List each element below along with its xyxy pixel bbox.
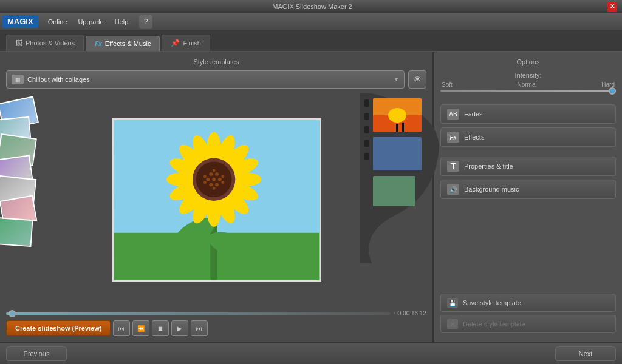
music-icon: 🔊	[447, 184, 459, 195]
svg-rect-6	[373, 137, 422, 170]
title-bar: MAGIX Slideshow Maker 2 ✕	[0, 0, 622, 13]
svg-point-35	[212, 177, 216, 181]
style-selector: ▦ Chillout with collages ▼ 👁	[6, 70, 426, 89]
playback-controls: Create slideshow (Preview) ⏮ ⏪ ⏹ ▶ ⏭	[6, 320, 426, 336]
tab-effects-label: Effects & Music	[105, 40, 151, 47]
preview-eye-button[interactable]: 👁	[408, 70, 426, 89]
scrubber-thumb[interactable]	[9, 310, 16, 317]
save-icon: 💾	[447, 298, 458, 308]
time-display: 00:00:16:12	[394, 310, 426, 317]
properties-button[interactable]: T Properties & title	[440, 157, 616, 176]
photos-tab-icon: 🖼	[15, 39, 22, 47]
play-button[interactable]: ▶	[171, 320, 188, 336]
style-templates-title: Style templates	[6, 58, 426, 66]
sunflower-svg	[114, 120, 320, 280]
effects-tab-icon: Fx	[95, 41, 102, 47]
svg-point-36	[217, 177, 221, 181]
tab-finish-label: Finish	[183, 39, 200, 47]
svg-rect-7	[373, 176, 415, 206]
collage-photo-7	[0, 217, 33, 247]
finish-tab-icon: 📌	[171, 39, 180, 47]
svg-point-42	[212, 187, 215, 190]
svg-point-39	[209, 183, 213, 186]
bottom-bar: Previous Next	[0, 342, 622, 364]
intensity-marks: Soft Normal Hard	[440, 81, 616, 88]
app-title: MAGIX Slideshow Maker 2	[17, 3, 607, 10]
intensity-fill	[440, 90, 616, 92]
tab-finish[interactable]: 📌 Finish	[162, 35, 210, 51]
intensity-soft-label: Soft	[442, 81, 453, 88]
photo-collage	[0, 99, 49, 251]
svg-rect-10	[396, 124, 398, 132]
left-panel: Style templates ▦ Chillout with collages…	[0, 52, 432, 342]
right-panel: Options Intensity: Soft Normal Hard AB F…	[434, 52, 622, 342]
tab-photos-label: Photos & Videos	[26, 39, 75, 47]
intensity-thumb[interactable]	[609, 87, 616, 95]
tab-photos[interactable]: 🖼 Photos & Videos	[6, 35, 84, 51]
skip-end-button[interactable]: ⏭	[191, 320, 208, 336]
delete-style-button[interactable]: ✕ Delete style template	[440, 315, 616, 333]
menu-upgrade[interactable]: Upgrade	[73, 16, 108, 27]
fades-label: Fades	[464, 110, 483, 118]
svg-point-41	[209, 172, 213, 176]
menu-bar: MAGIX Online Upgrade Help ?	[0, 13, 622, 30]
svg-point-43	[212, 169, 215, 172]
next-button[interactable]: Next	[555, 346, 616, 361]
intensity-normal-label: Normal	[517, 81, 536, 88]
background-music-button[interactable]: 🔊 Background music	[440, 180, 616, 199]
help-icon[interactable]: ?	[139, 15, 152, 29]
svg-rect-11	[402, 123, 404, 132]
main-preview-image	[112, 118, 321, 282]
svg-rect-2	[364, 126, 369, 133]
menu-online[interactable]: Online	[43, 16, 72, 27]
save-style-label: Save style template	[463, 299, 521, 306]
intensity-slider[interactable]	[440, 90, 616, 92]
svg-point-9	[388, 108, 406, 123]
main-content: Style templates ▦ Chillout with collages…	[0, 52, 622, 342]
fades-icon: AB	[447, 109, 459, 120]
create-slideshow-button[interactable]: Create slideshow (Preview)	[6, 320, 111, 336]
background-music-label: Background music	[464, 186, 519, 193]
svg-rect-4	[364, 153, 369, 160]
previous-button[interactable]: Previous	[6, 346, 67, 361]
spacer	[440, 203, 616, 294]
intensity-label: Intensity:	[440, 72, 616, 79]
properties-label: Properties & title	[464, 163, 513, 170]
controls-area: 00:00:16:12 Create slideshow (Preview) ⏮…	[6, 310, 426, 336]
svg-point-46	[221, 175, 224, 178]
skip-start-button[interactable]: ⏮	[113, 320, 130, 336]
svg-point-40	[215, 172, 219, 176]
scrubber-row: 00:00:16:12	[6, 310, 426, 317]
effects-label: Effects	[464, 133, 484, 141]
svg-point-45	[203, 181, 206, 184]
delete-icon: ✕	[447, 319, 458, 329]
film-strip	[360, 93, 445, 306]
options-title: Options	[440, 58, 616, 66]
svg-rect-1	[364, 113, 369, 120]
preview-container	[6, 93, 426, 306]
magix-logo[interactable]: MAGIX	[2, 15, 38, 28]
scrubber-track[interactable]	[6, 312, 391, 315]
delete-style-label: Delete style template	[463, 320, 525, 328]
fades-button[interactable]: AB Fades	[440, 104, 616, 124]
style-dropdown[interactable]: ▦ Chillout with collages ▼	[6, 70, 405, 89]
tab-bar: 🖼 Photos & Videos Fx Effects & Music 📌 F…	[0, 30, 622, 52]
svg-rect-0	[364, 99, 369, 107]
effects-icon: Fx	[447, 132, 459, 143]
stop-button[interactable]: ⏹	[152, 320, 169, 336]
save-style-button[interactable]: 💾 Save style template	[440, 294, 616, 312]
style-name-label: Chillout with collages	[27, 76, 390, 83]
style-dropdown-icon: ▦	[12, 75, 24, 84]
properties-icon: T	[447, 161, 459, 172]
effects-button[interactable]: Fx Effects	[440, 127, 616, 147]
intensity-section: Intensity: Soft Normal Hard	[440, 72, 616, 95]
menu-help[interactable]: Help	[110, 16, 134, 27]
dropdown-arrow-icon: ▼	[394, 76, 399, 83]
svg-point-44	[221, 181, 224, 184]
svg-point-37	[206, 177, 210, 181]
svg-rect-3	[364, 140, 369, 147]
svg-point-38	[215, 183, 219, 186]
close-button[interactable]: ✕	[607, 2, 617, 12]
tab-effects-music[interactable]: Fx Effects & Music	[86, 36, 160, 51]
rewind-button[interactable]: ⏪	[132, 320, 149, 336]
